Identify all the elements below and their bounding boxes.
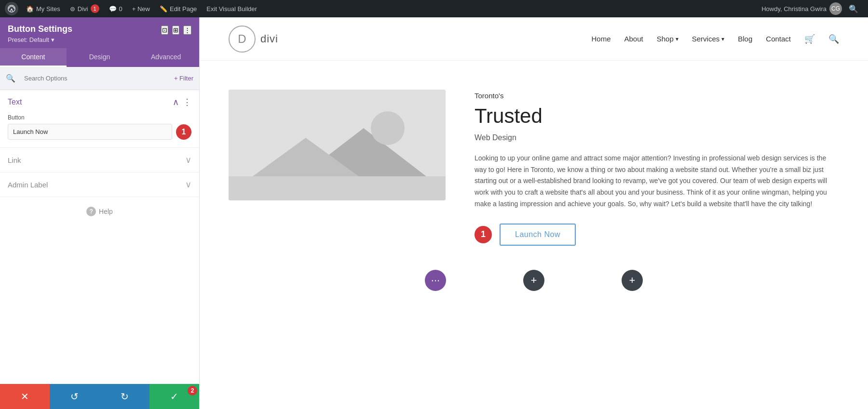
- settings-panel: Button Settings ⊡ ⊞ ⋮ Preset: Default ▾ …: [0, 17, 200, 409]
- admin-label-expand-icon[interactable]: ∨: [185, 179, 191, 190]
- search-icon: 🔍: [6, 74, 15, 83]
- exit-builder-button[interactable]: Exit Visual Builder: [203, 0, 261, 17]
- hero-text: Toronto's Trusted Web Design Looking to …: [475, 90, 839, 246]
- add-row: ··· + +: [200, 260, 868, 305]
- shop-dropdown-icon: ▾: [676, 36, 678, 42]
- eyebrow-text: Toronto's: [475, 90, 839, 102]
- divi-badge: 1: [91, 4, 99, 13]
- tab-advanced[interactable]: Advanced: [133, 48, 199, 67]
- services-dropdown-icon: ▾: [721, 36, 724, 42]
- wp-admin-bar: 🏠 My Sites ⊚ Divi 1 💬 0 + New ✏️ Edit Pa…: [0, 0, 868, 17]
- admin-label-section: Admin Label ∨: [0, 172, 199, 197]
- cancel-button[interactable]: ✕: [0, 384, 50, 409]
- admin-label-section-header[interactable]: Admin Label ∨: [0, 172, 199, 197]
- svg-rect-5: [229, 176, 446, 200]
- text-section-header[interactable]: Text ∧ ⋮: [0, 90, 199, 114]
- section-more-icon[interactable]: ⋮: [183, 97, 191, 107]
- nav-services[interactable]: Services ▾: [692, 35, 725, 43]
- add-module-button-purple[interactable]: ···: [425, 270, 446, 291]
- content-row: Toronto's Trusted Web Design Looking to …: [200, 61, 868, 260]
- new-content-button[interactable]: + New: [128, 0, 154, 17]
- divi-menu[interactable]: ⊚ Divi 1: [66, 0, 103, 17]
- collapse-icon[interactable]: ∧: [173, 97, 179, 107]
- filter-button[interactable]: + Filter: [174, 75, 193, 82]
- pencil-icon: ✏️: [160, 5, 167, 13]
- logo-icon: D: [229, 26, 256, 53]
- expand-button[interactable]: ⊞: [172, 26, 179, 35]
- site-navigation: Home About Shop ▾ Services ▾ Blog Contac…: [591, 34, 839, 44]
- link-section-title: Link: [8, 156, 21, 164]
- nav-about[interactable]: About: [624, 35, 643, 43]
- admin-label-section-title: Admin Label: [8, 181, 48, 189]
- tab-design[interactable]: Design: [67, 48, 133, 67]
- divi-icon: ⊚: [70, 5, 75, 13]
- heading: Trusted: [475, 105, 839, 127]
- panel-header: Button Settings ⊡ ⊞ ⋮ Preset: Default ▾: [0, 17, 199, 48]
- help-icon[interactable]: ?: [86, 207, 96, 216]
- save-badge: 2: [188, 386, 197, 396]
- button-field-group: Button 1: [0, 114, 199, 147]
- search-input[interactable]: [19, 71, 170, 86]
- avatar: CG: [829, 2, 842, 15]
- button-input-row: 1: [8, 124, 191, 140]
- comments-menu[interactable]: 💬 0: [105, 0, 126, 17]
- button-text-input[interactable]: [8, 124, 172, 140]
- user-menu[interactable]: Howdy, Christina Gwira CG: [761, 2, 842, 15]
- launch-now-button[interactable]: Launch Now: [500, 224, 576, 246]
- bottom-toolbar: ✕ ↺ ↻ ✓ 2: [0, 384, 199, 409]
- search-row: 🔍 + Filter: [0, 67, 199, 90]
- button-field-label: Button: [8, 114, 191, 121]
- logo-text: divi: [260, 33, 278, 45]
- nav-blog[interactable]: Blog: [738, 35, 752, 43]
- nav-home[interactable]: Home: [591, 35, 610, 43]
- link-section: Link ∨: [0, 148, 199, 172]
- site-logo: D divi: [229, 26, 278, 53]
- comment-icon: 💬: [109, 5, 117, 13]
- panel-title: Button Settings: [8, 24, 72, 34]
- link-expand-icon[interactable]: ∨: [185, 155, 191, 165]
- preview-area: D divi Home About Shop ▾ Services ▾ Blog…: [200, 17, 868, 409]
- nav-shop[interactable]: Shop ▾: [657, 35, 678, 43]
- svg-point-4: [371, 111, 405, 145]
- admin-search-icon[interactable]: 🔍: [844, 4, 863, 13]
- launch-badge: 1: [475, 226, 492, 243]
- redo-button[interactable]: ↻: [100, 384, 149, 409]
- panel-tabs: Content Design Advanced: [0, 48, 199, 67]
- launch-btn-area: 1 Launch Now: [475, 224, 839, 246]
- site-search-icon[interactable]: 🔍: [828, 34, 839, 44]
- help-row: ? Help: [0, 197, 199, 226]
- preset-selector[interactable]: Preset: Default ▾: [8, 36, 191, 43]
- undo-button[interactable]: ↺: [50, 384, 99, 409]
- add-module-button-2[interactable]: +: [622, 270, 643, 291]
- add-module-button-1[interactable]: +: [523, 270, 544, 291]
- cart-icon[interactable]: 🛒: [804, 34, 815, 44]
- button-badge: 1: [176, 124, 191, 140]
- panel-body: Text ∧ ⋮ Button 1 Link: [0, 90, 199, 384]
- my-sites-menu[interactable]: 🏠 My Sites: [22, 0, 64, 17]
- site-nav: D divi Home About Shop ▾ Services ▾ Blog…: [200, 17, 868, 61]
- main-layout: Button Settings ⊡ ⊞ ⋮ Preset: Default ▾ …: [0, 17, 868, 409]
- house-icon: 🏠: [26, 5, 34, 13]
- minimize-button[interactable]: ⊡: [161, 26, 168, 35]
- save-button[interactable]: ✓ 2: [149, 384, 199, 409]
- more-options-button[interactable]: ⋮: [183, 26, 191, 35]
- text-section-title: Text: [8, 98, 22, 106]
- tab-content[interactable]: Content: [0, 48, 67, 67]
- nav-contact[interactable]: Contact: [766, 35, 791, 43]
- sub-heading: Web Design: [475, 131, 839, 144]
- hero-image: [229, 90, 446, 200]
- wp-logo-icon[interactable]: [5, 2, 18, 15]
- body-text: Looking to up your online game and attra…: [475, 153, 839, 210]
- edit-page-button[interactable]: ✏️ Edit Page: [156, 0, 201, 17]
- link-section-header[interactable]: Link ∨: [0, 148, 199, 172]
- help-label: Help: [99, 208, 113, 215]
- text-section: Text ∧ ⋮ Button 1: [0, 90, 199, 148]
